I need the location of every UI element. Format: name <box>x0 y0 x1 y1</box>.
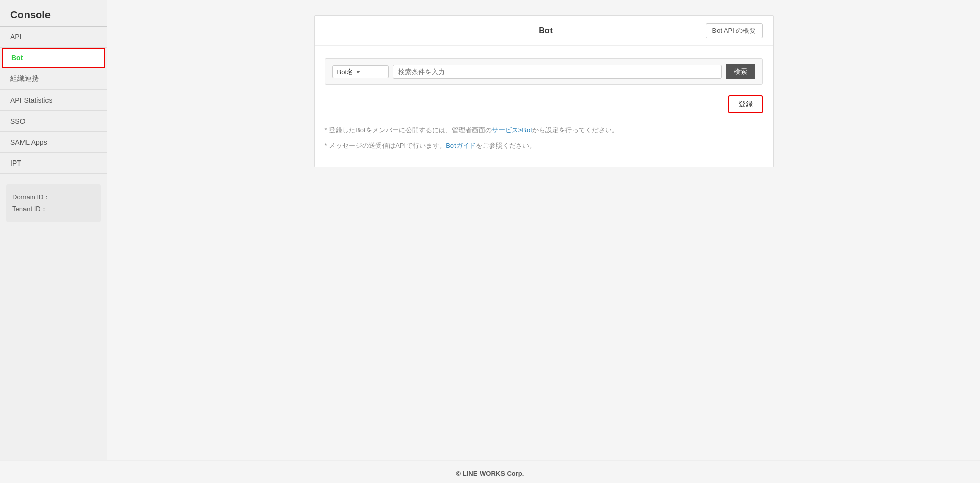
sidebar-title: Console <box>0 0 107 27</box>
main-content: Bot Bot API の概要 Bot名 ▼ 検索 <box>107 0 980 460</box>
dropdown-arrow-icon: ▼ <box>356 69 361 75</box>
bot-panel-title: Bot <box>386 26 706 35</box>
sidebar-nav: API Bot 組織連携 API Statistics SSO SAML App… <box>0 27 107 174</box>
notes: * 登録したBotをメンバーに公開するには、管理者画面のサービス>Botから設定… <box>325 124 763 152</box>
register-row: 登録 <box>325 95 763 113</box>
service-bot-link[interactable]: サービス>Bot <box>492 126 532 134</box>
bot-guide-link[interactable]: Botガイド <box>446 142 476 149</box>
note-1-after: から設定を行ってください。 <box>532 126 618 134</box>
search-select-wrapper[interactable]: Bot名 ▼ <box>332 65 389 78</box>
bot-panel-body: Bot名 ▼ 検索 登録 * 登録したBotをメンバーに公開するには、管理者画面… <box>315 46 773 167</box>
search-bar: Bot名 ▼ 検索 <box>325 58 763 85</box>
search-button[interactable]: 検索 <box>726 64 755 79</box>
bot-panel-header: Bot Bot API の概要 <box>315 16 773 46</box>
bot-api-overview-button[interactable]: Bot API の概要 <box>706 23 763 38</box>
footer: © LINE WORKS Corp. <box>0 460 980 483</box>
sidebar-item-org[interactable]: 組織連携 <box>0 68 107 90</box>
note-2-after: をご参照ください。 <box>476 142 536 149</box>
domain-id-label: Domain ID： <box>12 191 94 203</box>
search-select[interactable]: Bot名 <box>337 68 354 76</box>
sidebar: Console API Bot 組織連携 API Statistics SSO … <box>0 0 107 460</box>
note-1-before: * 登録したBotをメンバーに公開するには、管理者画面の <box>325 126 492 134</box>
sidebar-item-api-statistics[interactable]: API Statistics <box>0 90 107 111</box>
footer-copyright: © LINE WORKS Corp. <box>456 470 524 477</box>
register-button[interactable]: 登録 <box>728 95 763 113</box>
sidebar-item-ipt[interactable]: IPT <box>0 153 107 174</box>
sidebar-item-api[interactable]: API <box>0 27 107 48</box>
sidebar-info: Domain ID： Tenant ID： <box>6 184 101 222</box>
note-1: * 登録したBotをメンバーに公開するには、管理者画面のサービス>Botから設定… <box>325 124 763 137</box>
sidebar-item-bot[interactable]: Bot <box>2 48 105 68</box>
search-input[interactable] <box>393 65 722 79</box>
note-2-before: * メッセージの送受信はAPIで行います。 <box>325 142 446 149</box>
sidebar-item-saml-apps[interactable]: SAML Apps <box>0 132 107 153</box>
tenant-id-label: Tenant ID： <box>12 203 94 215</box>
bot-panel: Bot Bot API の概要 Bot名 ▼ 検索 <box>314 15 774 167</box>
note-2: * メッセージの送受信はAPIで行います。Botガイドをご参照ください。 <box>325 139 763 152</box>
sidebar-item-sso[interactable]: SSO <box>0 111 107 132</box>
